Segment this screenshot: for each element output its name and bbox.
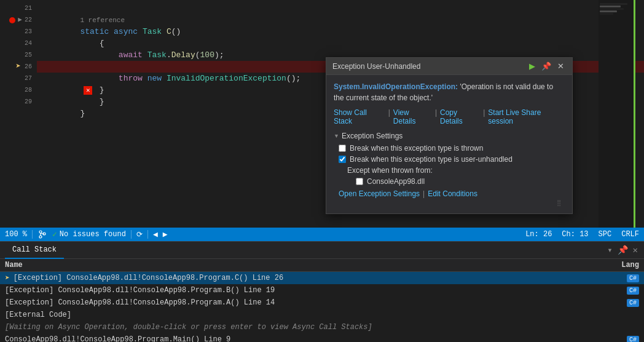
call-stack-table: Name Lang ➤ [Exception] ConsoleApp98.dll… — [0, 259, 644, 342]
line-position[interactable]: Ln: 26 — [525, 230, 552, 239]
chevron-left-icon[interactable]: ◀ — [153, 229, 158, 239]
no-issues-status: ✓ No issues found — [52, 229, 126, 239]
edit-conditions-link[interactable]: Edit Conditions — [428, 189, 477, 198]
row-name-0: [Exception] ConsoleApp98.dll!ConsoleApp9… — [14, 274, 608, 282]
dll-label: ConsoleApp98.dll — [367, 177, 425, 186]
current-frame-arrow: ➤ — [5, 273, 10, 283]
call-stack-row-2[interactable]: [Exception] ConsoleApp98.dll!ConsoleApp9… — [0, 296, 644, 309]
minimap-gutter — [634, 0, 635, 228]
popup-header-actions: ▶ 📌 ✕ — [527, 61, 566, 71]
exception-popup: Exception User-Unhandled ▶ 📌 ✕ System.In… — [326, 57, 573, 214]
call-stack-row-4[interactable]: [Waiting on Async Operation, double-clic… — [0, 321, 644, 333]
zoom-level[interactable]: 100 % — [5, 230, 27, 239]
row-lang-1: C# — [608, 286, 639, 295]
code-line-23: { — [37, 26, 644, 38]
panel-tabs: Call Stack ▾ 📌 ✕ — [0, 242, 644, 259]
panel-scroll-down[interactable]: ▾ — [606, 244, 613, 256]
dll-checkbox[interactable] — [356, 178, 363, 185]
panel-tab-actions: ▾ 📌 ✕ — [606, 244, 639, 256]
exception-title: System.InvalidOperationException: 'Opera… — [334, 81, 565, 103]
call-stack-row-3[interactable]: [External Code] — [0, 309, 644, 321]
code-line-22: static async Task C() — [37, 14, 644, 26]
svg-point-0 — [39, 231, 42, 233]
branch-icon[interactable] — [37, 229, 47, 239]
col-lang-header: Lang — [608, 261, 639, 269]
settings-header: Exception Settings — [334, 132, 565, 140]
row-name-3: [External Code] — [5, 311, 608, 319]
panel-close-btn[interactable]: ✕ — [632, 244, 639, 256]
line-numbers-gutter: 21 ▶ 22 23 24 25 ➤ 26 — [0, 0, 37, 228]
line-28: 28 — [0, 84, 32, 96]
encoding-indicator[interactable]: SPC — [599, 230, 612, 239]
call-stack-tab[interactable]: Call Stack — [5, 242, 64, 259]
line-26: ➤ 26 — [0, 61, 32, 73]
break-on-thrown-checkbox[interactable] — [339, 145, 346, 152]
settings-links: Open Exception Settings | Edit Condition… — [334, 189, 565, 198]
popup-header: Exception User-Unhandled ▶ 📌 ✕ — [326, 58, 572, 75]
status-right: Ln: 26 Ch: 13 SPC CRLF — [525, 230, 639, 239]
exception-settings: Exception Settings Break when this excep… — [334, 132, 565, 198]
panel-pin-btn[interactable]: 📌 — [616, 244, 629, 256]
status-divider2 — [131, 230, 132, 239]
popup-close-button[interactable]: ✕ — [556, 61, 566, 71]
line-24: 24 — [0, 38, 32, 49]
row-name-4: [Waiting on Async Operation, double-clic… — [5, 323, 639, 332]
sync-icon[interactable]: ⟳ — [136, 230, 143, 239]
view-details-link[interactable]: View Details — [393, 108, 432, 125]
chevron-right-icon[interactable]: ▶ — [163, 229, 168, 239]
show-call-stack-link[interactable]: Show Call Stack — [334, 108, 385, 125]
col-position[interactable]: Ch: 13 — [562, 230, 588, 239]
resize-handle[interactable]: ⣿ — [334, 198, 565, 207]
line-25: 25 — [0, 49, 32, 61]
break-on-unhandled-checkbox[interactable] — [339, 156, 346, 163]
row-lang-0: C# — [608, 274, 639, 282]
line-23: 23 — [0, 26, 32, 38]
line-29: 29 — [0, 96, 32, 108]
call-stack-header: Name Lang — [0, 259, 644, 272]
popup-pin-button[interactable]: 📌 — [540, 61, 553, 71]
code-line-24: await Task.Delay(100); — [37, 38, 644, 49]
editor-area: 21 ▶ 22 23 24 25 ➤ 26 — [0, 0, 644, 228]
call-stack-row-1[interactable]: [Exception] ConsoleApp98.dll!ConsoleApp9… — [0, 284, 644, 296]
checkbox1-row: Break when this exception type is thrown — [334, 144, 565, 153]
row-lang-2: C# — [608, 298, 639, 307]
col-name-header: Name — [5, 261, 608, 269]
status-bar: 100 % ✓ No issues found ⟳ ◀ ▶ Ln: 26 Ch:… — [0, 228, 644, 241]
line-22: ▶ 22 — [0, 14, 32, 26]
line-27: 27 — [0, 73, 32, 84]
call-stack-row-5[interactable]: ConsoleApp98.dll!ConsoleApp98.Program.Ma… — [0, 333, 644, 342]
popup-run-button[interactable]: ▶ — [527, 61, 537, 71]
call-stack-row-0[interactable]: ➤ [Exception] ConsoleApp98.dll!ConsoleAp… — [0, 272, 644, 284]
dll-row: ConsoleApp98.dll — [334, 177, 565, 186]
code-line-21: 1 reference — [37, 2, 644, 14]
break-on-unhandled-label: Break when this exception type is user-u… — [350, 155, 512, 164]
minimap — [599, 0, 635, 228]
breakpoint-icon[interactable] — [9, 17, 15, 23]
line-ending-indicator[interactable]: CRLF — [621, 230, 639, 239]
copy-details-link[interactable]: Copy Details — [440, 108, 480, 125]
row-name-1: [Exception] ConsoleApp98.dll!ConsoleApp9… — [5, 286, 608, 295]
except-when-label: Except when thrown from: — [334, 166, 565, 175]
bottom-panel: Call Stack ▾ 📌 ✕ Name Lang ➤ [Exception]… — [0, 241, 644, 342]
checkbox2-row: Break when this exception type is user-u… — [334, 155, 565, 164]
status-divider1 — [32, 230, 33, 239]
line-21: 21 — [0, 2, 32, 14]
popup-title: Exception User-Unhandled — [332, 62, 420, 71]
open-exception-settings-link[interactable]: Open Exception Settings — [339, 189, 420, 198]
live-share-link[interactable]: Start Live Share session — [488, 108, 565, 125]
popup-links: Show Call Stack | View Details | Copy De… — [334, 108, 565, 125]
popup-body: System.InvalidOperationException: 'Opera… — [326, 75, 572, 213]
row-name-5: ConsoleApp98.dll!ConsoleApp98.Program.Ma… — [5, 335, 608, 342]
current-line-arrow: ➤ — [16, 61, 21, 73]
row-lang-5: C# — [608, 335, 639, 342]
break-on-thrown-label: Break when this exception type is thrown — [350, 144, 483, 153]
svg-point-1 — [39, 236, 42, 238]
row-name-2: [Exception] ConsoleApp98.dll!ConsoleApp9… — [5, 298, 608, 307]
